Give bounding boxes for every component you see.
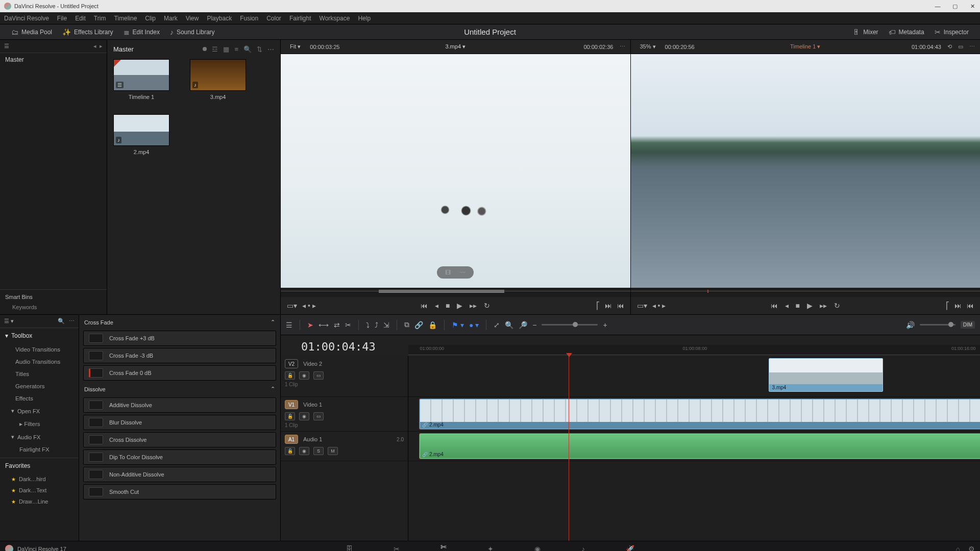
menu-item[interactable]: Trim <box>94 15 106 22</box>
menu-item[interactable]: View <box>186 15 199 22</box>
toolbox-header[interactable]: ▾ Toolbox <box>0 328 79 343</box>
fx-item[interactable]: Cross Fade 0 dB <box>83 365 276 381</box>
menu-item[interactable]: Playback <box>207 15 232 22</box>
track-tag[interactable]: V2 <box>285 359 298 368</box>
openfx-filters[interactable]: ▸ Filters <box>0 417 79 431</box>
step-back-icon[interactable]: ◂ <box>435 302 438 310</box>
marker-icon[interactable]: ● ▾ <box>469 321 479 329</box>
options-icon[interactable]: ⋯ <box>267 45 274 53</box>
favorites-header[interactable]: Favorites <box>0 458 79 473</box>
overwrite-icon[interactable]: ⤴ <box>375 321 378 329</box>
first-frame-icon[interactable]: ⏮ <box>421 302 428 310</box>
page-fairlight-icon[interactable]: ♪ <box>581 545 585 552</box>
clip-a1[interactable]: 2.mp4 <box>420 434 980 459</box>
replace-icon[interactable]: ⇲ <box>383 321 389 329</box>
media-clip[interactable]: ♪ 2.mp4 <box>113 114 169 155</box>
fx-item[interactable]: Cross Fade +3 dB <box>83 331 276 346</box>
lane-v1[interactable]: 2.mp4 <box>408 397 980 432</box>
favorite-item[interactable]: ★Dark…hird <box>0 473 79 485</box>
sound-library-toggle[interactable]: ♪Sound Library <box>165 26 220 38</box>
playhead[interactable] <box>569 356 569 541</box>
auto-select-icon[interactable]: ◉ <box>299 412 309 420</box>
search-icon[interactable]: 🔍 <box>58 318 65 324</box>
volume-slider[interactable] <box>920 324 955 325</box>
toolbox-video-transitions[interactable]: Video Transitions <box>0 343 79 356</box>
lane-a1[interactable]: 2.mp4 <box>408 432 980 461</box>
timeline-tc-display[interactable]: 01:00:04:43 <box>281 335 376 356</box>
fx-category-crossfade[interactable]: Cross Fade⌃ <box>79 316 280 329</box>
track-header-a1[interactable]: A1Audio 12.0 🔓◉SM <box>281 432 408 461</box>
search-icon[interactable]: 🔍 <box>243 45 252 53</box>
single-viewer-icon[interactable]: ▭ <box>958 43 963 50</box>
zoom-full-icon[interactable]: ⤢ <box>494 321 500 329</box>
lock-icon[interactable]: 🔒 <box>428 321 437 329</box>
edit-index-toggle[interactable]: ≣Edit Index <box>118 26 165 38</box>
page-edit-icon[interactable]: ✄ <box>440 543 447 552</box>
lane-v2[interactable]: 3.mp4 <box>408 356 980 397</box>
nav-fwd-icon[interactable]: ▸ <box>100 43 103 49</box>
track-tag[interactable]: A1 <box>285 435 298 444</box>
nav-back-icon[interactable]: ◂ <box>93 43 96 49</box>
page-media-icon[interactable]: 🗄 <box>346 545 353 552</box>
clip-v1[interactable]: 2.mp4 <box>420 399 980 429</box>
view-strip-icon[interactable]: ≡ <box>234 45 238 53</box>
stop-icon[interactable]: ■ <box>446 302 450 310</box>
menu-item[interactable]: Clip <box>145 15 156 22</box>
video-only-icon[interactable]: 🎞 <box>445 269 451 276</box>
track-tag[interactable]: V1 <box>285 400 298 409</box>
page-deliver-icon[interactable]: 🚀 <box>626 545 634 552</box>
openfx-header[interactable]: ▾ Open FX <box>0 405 79 417</box>
page-fusion-icon[interactable]: ✦ <box>487 545 494 552</box>
menu-item[interactable]: File <box>57 15 67 22</box>
first-frame-icon[interactable]: ⏮ <box>771 302 778 310</box>
fx-item[interactable]: Blur Dissolve <box>83 415 276 430</box>
window-minimize-icon[interactable]: — <box>934 3 941 10</box>
media-clip[interactable]: ☰ Timeline 1 <box>113 59 169 100</box>
track-header-v1[interactable]: V1Video 1 🔓◉▭ 1 Clip <box>281 397 408 432</box>
loop-icon[interactable]: ↻ <box>484 302 490 310</box>
zoom-custom-icon[interactable]: 🔎 <box>519 321 527 329</box>
view-list-icon[interactable]: ☲ <box>212 45 218 53</box>
insert-icon[interactable]: ⤵ <box>366 321 370 329</box>
lock-icon[interactable]: 🔓 <box>285 412 295 420</box>
go-next-icon[interactable]: ⏭ <box>605 302 612 310</box>
fx-item[interactable]: Additive Dissolve <box>83 397 276 413</box>
menu-item[interactable]: DaVinci Resolve <box>4 15 49 22</box>
zoom-detail-icon[interactable]: 🔍 <box>505 321 513 329</box>
audio-only-icon[interactable]: 〰 <box>460 269 465 276</box>
timeline-name-dropdown[interactable]: Timeline 1 ▾ <box>790 43 820 50</box>
menu-item[interactable]: Edit <box>75 15 86 22</box>
toolbox-audio-transitions[interactable]: Audio Transitions <box>0 356 79 368</box>
fx-item[interactable]: Cross Fade -3 dB <box>83 348 276 363</box>
track-lanes[interactable]: 01:00:00:00 01:00:08:00 01:00:16:00 3.mp… <box>408 356 980 541</box>
window-maximize-icon[interactable]: ▢ <box>951 3 959 10</box>
toolbox-generators[interactable]: Generators <box>0 380 79 392</box>
fairlight-fx[interactable]: Fairlight FX <box>0 443 79 456</box>
clip-v2[interactable]: 3.mp4 <box>769 358 883 392</box>
in-out-icon[interactable]: ▭▾ <box>287 302 297 310</box>
page-color-icon[interactable]: ◉ <box>534 545 541 552</box>
loop-icon[interactable]: ↻ <box>834 302 840 310</box>
inspector-toggle[interactable]: ✂Inspector <box>929 26 974 38</box>
flag-icon[interactable]: ⚑ ▾ <box>452 321 464 329</box>
mute-icon[interactable]: M <box>328 447 338 455</box>
menu-item[interactable]: Help <box>358 15 371 22</box>
layout-icon[interactable]: ☰ ▾ <box>4 318 14 324</box>
solo-icon[interactable]: S <box>313 447 324 455</box>
fx-item[interactable]: Cross Dissolve <box>83 432 276 447</box>
link-icon[interactable]: 🔗 <box>414 321 423 329</box>
smart-bins-header[interactable]: Smart Bins <box>5 294 102 300</box>
metadata-toggle[interactable]: 🏷Metadata <box>884 26 929 38</box>
auto-select-icon[interactable]: ◉ <box>299 371 309 380</box>
track-header-v2[interactable]: V2Video 2 🔓◉▭ 1 Clip <box>281 356 408 397</box>
bypass-icon[interactable]: ⟲ <box>947 43 952 50</box>
source-clip-name[interactable]: 3.mp4 ▾ <box>445 43 465 50</box>
smart-bin-keywords[interactable]: Keywords <box>5 304 102 310</box>
mark-in-icon[interactable]: ⎡ <box>596 302 600 310</box>
menu-item[interactable]: Timeline <box>114 15 137 22</box>
home-icon[interactable]: ⌂ <box>956 545 960 552</box>
media-clip[interactable]: ♪ 3.mp4 <box>190 59 246 100</box>
lock-icon[interactable]: 🔓 <box>285 447 295 455</box>
go-prev-icon[interactable]: ⏮ <box>617 302 624 310</box>
favorite-item[interactable]: ★Dark…Text <box>0 485 79 496</box>
